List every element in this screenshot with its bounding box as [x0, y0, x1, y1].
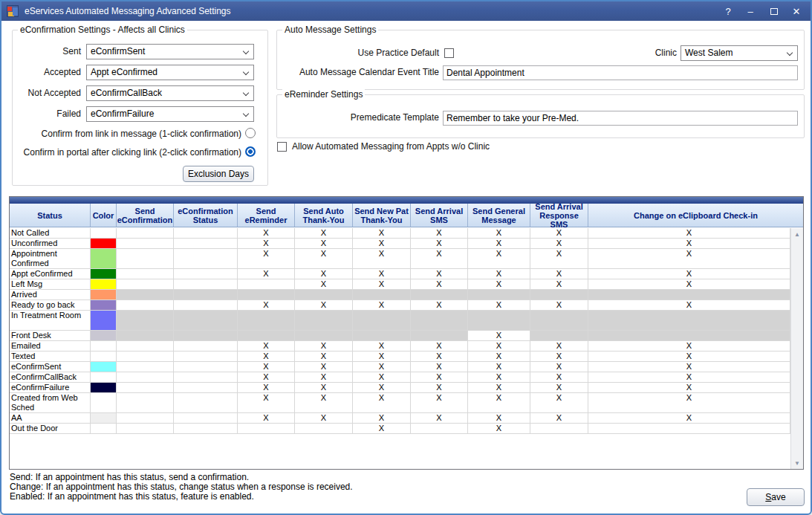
two-click-radio[interactable]	[245, 146, 256, 157]
mark-cell[interactable]: X	[295, 413, 353, 423]
mark-cell[interactable]	[295, 424, 353, 433]
mark-cell[interactable]: X	[588, 362, 790, 372]
use-practice-default-checkbox[interactable]	[444, 48, 454, 58]
color-swatch[interactable]	[91, 383, 117, 392]
mark-cell[interactable]: X	[588, 279, 790, 289]
mark-cell[interactable]: X	[468, 352, 530, 361]
mark-cell[interactable]	[117, 362, 174, 372]
mark-cell[interactable]: X	[588, 341, 790, 351]
mark-cell[interactable]: X	[411, 413, 468, 423]
status-cell[interactable]: Left Msg	[10, 279, 91, 289]
mark-cell[interactable]: X	[295, 228, 353, 238]
grid-row[interactable]: Appointment ConfirmedXXXXXXX	[10, 249, 790, 269]
mark-cell[interactable]: X	[468, 362, 530, 372]
status-cell[interactable]: eConfirmCallBack	[10, 372, 91, 382]
mark-cell[interactable]	[530, 424, 588, 433]
mark-cell[interactable]: X	[468, 413, 530, 423]
mark-cell[interactable]	[530, 290, 588, 299]
sent-dropdown[interactable]: eConfirmSent	[86, 44, 254, 59]
mark-cell[interactable]: X	[468, 393, 530, 412]
mark-cell[interactable]	[238, 331, 295, 340]
mark-cell[interactable]: X	[588, 300, 790, 310]
mark-cell[interactable]	[117, 383, 174, 392]
status-cell[interactable]: Ready to go back	[10, 300, 91, 310]
color-swatch[interactable]	[91, 228, 117, 238]
vertical-scrollbar[interactable]: ▲ ▼	[790, 228, 803, 469]
mark-cell[interactable]: X	[530, 269, 588, 279]
accepted-dropdown[interactable]: Appt eConfirmed	[86, 65, 254, 80]
status-cell[interactable]: AA	[10, 413, 91, 423]
mark-cell[interactable]	[117, 341, 174, 351]
status-cell[interactable]: eConfirmSent	[10, 362, 91, 372]
mark-cell[interactable]: X	[295, 352, 353, 361]
mark-cell[interactable]: X	[468, 239, 530, 248]
mark-cell[interactable]	[117, 424, 174, 433]
mark-cell[interactable]: X	[588, 413, 790, 423]
mark-cell[interactable]: X	[468, 331, 530, 340]
mark-cell[interactable]: X	[411, 228, 468, 238]
mark-cell[interactable]	[411, 311, 468, 330]
mark-cell[interactable]: X	[468, 341, 530, 351]
mark-cell[interactable]	[117, 372, 174, 382]
grid-row[interactable]: Arrived	[10, 290, 790, 300]
color-swatch[interactable]	[91, 331, 117, 340]
premedicate-template-field[interactable]: Remember to take your Pre-Med.	[443, 111, 798, 126]
mark-cell[interactable]: X	[238, 372, 295, 382]
mark-cell[interactable]	[174, 331, 238, 340]
mark-cell[interactable]: X	[411, 341, 468, 351]
mark-cell[interactable]	[588, 290, 790, 299]
color-swatch[interactable]	[91, 249, 117, 268]
mark-cell[interactable]	[174, 290, 238, 299]
allow-messaging-checkbox[interactable]	[277, 142, 287, 152]
mark-cell[interactable]: X	[411, 362, 468, 372]
mark-cell[interactable]: X	[238, 249, 295, 268]
mark-cell[interactable]	[117, 228, 174, 238]
mark-cell[interactable]: X	[411, 269, 468, 279]
mark-cell[interactable]	[117, 300, 174, 310]
mark-cell[interactable]	[117, 279, 174, 289]
failed-dropdown[interactable]: eConfirmFailure	[86, 106, 254, 122]
grid-row[interactable]: Not CalledXXXXXXX	[10, 228, 790, 239]
color-swatch[interactable]	[91, 290, 117, 299]
mark-cell[interactable]: X	[411, 239, 468, 248]
mark-cell[interactable]: X	[588, 269, 790, 279]
mark-cell[interactable]: X	[295, 269, 353, 279]
color-swatch[interactable]	[91, 424, 117, 433]
mark-cell[interactable]	[353, 331, 411, 340]
mark-cell[interactable]: X	[238, 352, 295, 361]
grid-row[interactable]: eConfirmCallBackXXXXXXX	[10, 372, 790, 383]
mark-cell[interactable]: X	[468, 249, 530, 268]
mark-cell[interactable]	[468, 311, 530, 330]
mark-cell[interactable]	[411, 331, 468, 340]
color-swatch[interactable]	[91, 393, 117, 412]
mark-cell[interactable]: X	[588, 239, 790, 248]
grid-row[interactable]: eConfirmSentXXXXXXX	[10, 362, 790, 372]
mark-cell[interactable]: X	[468, 424, 530, 433]
status-cell[interactable]: Not Called	[10, 228, 91, 238]
mark-cell[interactable]: X	[468, 279, 530, 289]
mark-cell[interactable]	[117, 352, 174, 361]
mark-cell[interactable]	[353, 311, 411, 330]
mark-cell[interactable]: X	[411, 300, 468, 310]
status-cell[interactable]: Front Desk	[10, 331, 91, 340]
mark-cell[interactable]: X	[353, 269, 411, 279]
mark-cell[interactable]: X	[530, 413, 588, 423]
mark-cell[interactable]: X	[588, 393, 790, 412]
mark-cell[interactable]: X	[411, 393, 468, 412]
mark-cell[interactable]: X	[468, 372, 530, 382]
status-cell[interactable]: Appt eConfirmed	[10, 269, 91, 279]
mark-cell[interactable]: X	[530, 393, 588, 412]
mark-cell[interactable]: X	[238, 362, 295, 372]
mark-cell[interactable]	[295, 331, 353, 340]
status-cell[interactable]: Out the Door	[10, 424, 91, 433]
mark-cell[interactable]: X	[411, 383, 468, 392]
status-cell[interactable]: Arrived	[10, 290, 91, 299]
mark-cell[interactable]	[530, 331, 588, 340]
color-swatch[interactable]	[91, 372, 117, 382]
mark-cell[interactable]: X	[530, 372, 588, 382]
status-cell[interactable]: Texted	[10, 352, 91, 361]
mark-cell[interactable]: X	[530, 352, 588, 361]
minimize-button[interactable]: –	[739, 1, 761, 21]
mark-cell[interactable]: X	[411, 372, 468, 382]
mark-cell[interactable]: X	[353, 372, 411, 382]
